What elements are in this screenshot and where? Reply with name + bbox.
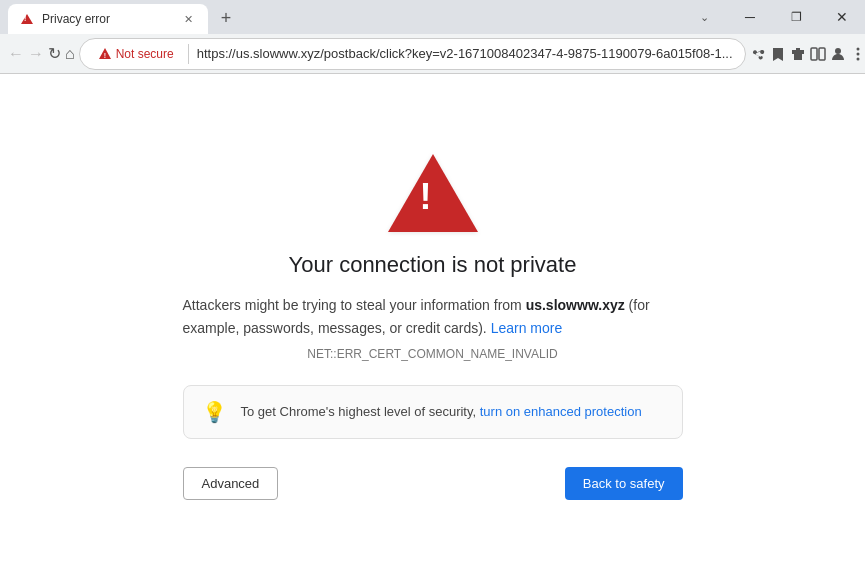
- warning-icon: !: [98, 47, 112, 61]
- restore-button[interactable]: [773, 0, 819, 34]
- security-suggestion-text: To get Chrome's highest level of securit…: [241, 402, 642, 422]
- close-icon: [836, 9, 848, 25]
- new-tab-button[interactable]: +: [212, 4, 240, 32]
- forward-button[interactable]: →: [28, 38, 44, 70]
- close-button[interactable]: [819, 0, 865, 34]
- bookmark-icon: [770, 46, 786, 62]
- home-icon: ⌂: [65, 45, 75, 63]
- svg-point-4: [835, 48, 841, 54]
- browser-toolbar: ← → ↻ ⌂ ! Not secure https://us.slowww.x…: [0, 34, 865, 74]
- error-description: Attackers might be trying to steal your …: [183, 294, 683, 339]
- error-description-before: Attackers might be trying to steal your …: [183, 297, 526, 313]
- address-separator: [188, 44, 189, 64]
- bookmark-button[interactable]: [770, 38, 786, 70]
- enhanced-protection-link[interactable]: turn on enhanced protection: [480, 404, 642, 419]
- action-buttons: Advanced Back to safety: [183, 467, 683, 500]
- svg-point-5: [856, 47, 859, 50]
- back-icon: ←: [8, 45, 24, 63]
- svg-rect-2: [811, 48, 817, 60]
- extensions-button[interactable]: [790, 38, 806, 70]
- url-display: https://us.slowww.xyz/postback/click?key…: [197, 46, 733, 61]
- share-button[interactable]: [750, 38, 766, 70]
- titlebar-extra-button[interactable]: ⌄: [681, 0, 727, 34]
- active-tab[interactable]: ! Privacy error ✕: [8, 4, 208, 34]
- title-bar-left: ! Privacy error ✕ +: [0, 0, 681, 34]
- restore-icon: [791, 10, 802, 24]
- error-title: Your connection is not private: [289, 252, 577, 278]
- svg-point-6: [856, 52, 859, 55]
- not-secure-badge[interactable]: ! Not secure: [92, 45, 180, 63]
- reload-icon: ↻: [48, 44, 61, 63]
- split-screen-button[interactable]: [810, 38, 826, 70]
- lightbulb-icon: 💡: [202, 400, 227, 424]
- minimize-button[interactable]: [727, 0, 773, 34]
- menu-button[interactable]: [850, 38, 865, 70]
- tab-title: Privacy error: [42, 12, 110, 26]
- error-icon: [388, 154, 478, 232]
- tab-favicon: !: [20, 12, 34, 26]
- security-suggestion-box: 💡 To get Chrome's highest level of secur…: [183, 385, 683, 439]
- error-code: NET::ERR_CERT_COMMON_NAME_INVALID: [307, 347, 557, 361]
- home-button[interactable]: ⌂: [65, 38, 75, 70]
- page-content: Your connection is not private Attackers…: [0, 74, 865, 580]
- svg-text:!: !: [104, 51, 106, 58]
- extensions-icon: [790, 46, 806, 62]
- security-suggestion-before: To get Chrome's highest level of securit…: [241, 404, 480, 419]
- back-button[interactable]: ←: [8, 38, 24, 70]
- advanced-button[interactable]: Advanced: [183, 467, 279, 500]
- title-bar: ! Privacy error ✕ + ⌄: [0, 0, 865, 34]
- tab-close-button[interactable]: ✕: [180, 11, 196, 27]
- window-controls: ⌄: [681, 0, 865, 34]
- menu-icon: [850, 46, 865, 62]
- reload-button[interactable]: ↻: [48, 38, 61, 70]
- window-chrome: ! Privacy error ✕ + ⌄: [0, 0, 865, 74]
- split-screen-icon: [810, 46, 826, 62]
- profile-icon: [830, 46, 846, 62]
- svg-point-7: [856, 57, 859, 60]
- back-to-safety-button[interactable]: Back to safety: [565, 467, 683, 500]
- learn-more-link[interactable]: Learn more: [491, 320, 563, 336]
- forward-icon: →: [28, 45, 44, 63]
- profile-button[interactable]: [830, 38, 846, 70]
- address-bar[interactable]: ! Not secure https://us.slowww.xyz/postb…: [79, 38, 746, 70]
- tab-strip: ! Privacy error ✕ +: [0, 0, 240, 34]
- not-secure-label: Not secure: [116, 47, 174, 61]
- warning-triangle: [388, 154, 478, 232]
- svg-rect-3: [819, 48, 825, 60]
- share-icon: [750, 46, 766, 62]
- minimize-icon: [745, 9, 755, 25]
- error-domain: us.slowww.xyz: [526, 297, 625, 313]
